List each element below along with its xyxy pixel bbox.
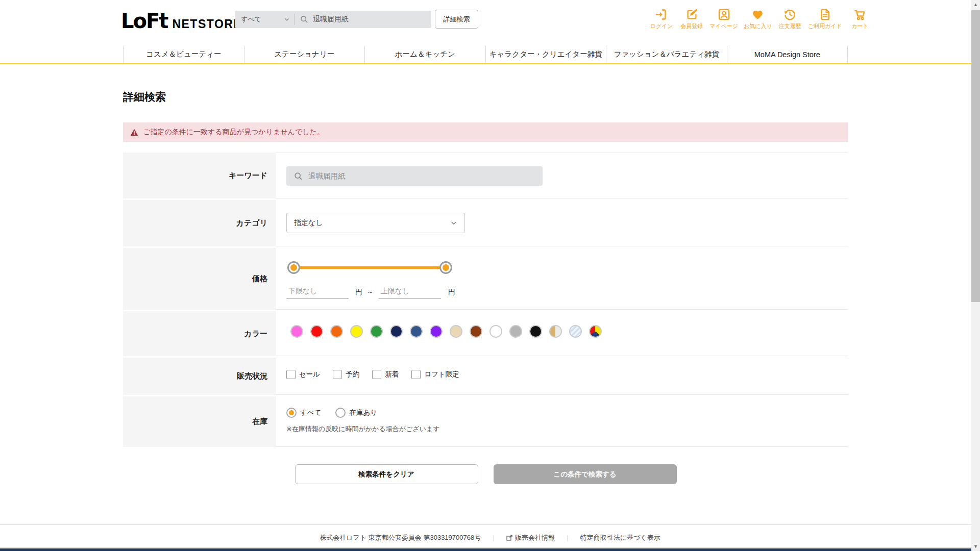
color-swatch-green[interactable] — [370, 325, 383, 338]
keyword-cell: 退職届用紙 — [276, 153, 848, 198]
checkbox-preorder-label: 予約 — [346, 370, 359, 379]
checkbox-preorder-box[interactable] — [333, 370, 342, 379]
color-swatch-navy[interactable] — [390, 325, 403, 338]
color-swatch-pink[interactable] — [290, 325, 303, 338]
radio-all[interactable]: すべて — [286, 408, 321, 418]
clear-conditions-button[interactable]: 検索条件をクリア — [295, 464, 478, 484]
keyword-value: 退職届用紙 — [308, 171, 346, 181]
checkbox-new-box[interactable] — [372, 370, 381, 379]
radio-all-button[interactable] — [286, 408, 297, 418]
price-max-input[interactable]: 上限なし — [379, 287, 441, 299]
yen-unit-max: 円 — [448, 288, 455, 297]
price-cell: 下限なし 円 ～ 上限なし 円 — [276, 248, 848, 310]
color-swatch-orange[interactable] — [330, 325, 343, 338]
mypage-link[interactable]: マイページ — [709, 8, 738, 30]
seller-info-link[interactable]: 販売会社情報 — [506, 533, 555, 542]
footer-inner: 株式会社ロフト 東京都公安委員会 第303319700768号 ｜ 販売会社情報… — [0, 525, 980, 542]
stock-cell: すべて 在庫あり ※在庫情報の反映に時間がかかる場合がございます — [276, 396, 848, 447]
color-cell — [276, 311, 848, 356]
category-row: カテゴリ 指定なし — [123, 200, 848, 248]
checkbox-new-label: 新着 — [385, 370, 399, 379]
color-swatch-purple[interactable] — [430, 325, 443, 338]
cart-link[interactable]: カート — [848, 8, 872, 30]
guide-label: ご利用ガイド — [808, 22, 842, 30]
checkbox-preorder[interactable]: 予約 — [333, 370, 359, 379]
category-select[interactable]: 指定なし — [286, 213, 465, 233]
logo-loft-text: LoFt — [121, 9, 167, 33]
page: LoFt NETSTORE すべて 退職届用紙 詳細検索 ログイン — [0, 0, 980, 551]
nav-character-goods[interactable]: キャラクター・クリエイター雑貨 — [485, 46, 606, 63]
cart-label: カート — [851, 22, 869, 30]
color-swatch-black[interactable] — [529, 325, 542, 338]
radio-all-label: すべて — [300, 408, 321, 417]
checkbox-loft-limited-label: ロフト限定 — [424, 370, 459, 379]
checkbox-new[interactable]: 新着 — [372, 370, 399, 379]
checkbox-sale-box[interactable] — [286, 370, 296, 379]
stock-row: 在庫 すべて 在庫あり ※在庫情報の反映に時間がかかる場合がございます — [123, 396, 848, 448]
checkbox-loft-limited[interactable]: ロフト限定 — [411, 370, 459, 379]
category-nav: コスメ＆ビューティー ステーショナリー ホーム＆キッチン キャラクター・クリエイ… — [123, 46, 848, 63]
color-swatch-brown[interactable] — [470, 325, 482, 338]
mypage-label: マイページ — [709, 22, 738, 30]
search-icon — [300, 15, 308, 23]
order-history-label: 注文履歴 — [779, 22, 801, 30]
stock-note: ※在庫情報の反映に時間がかかる場合がございます — [286, 424, 848, 434]
register-icon — [685, 8, 699, 21]
nav-cosmetics[interactable]: コスメ＆ビューティー — [123, 46, 244, 63]
advanced-search-button[interactable]: 詳細検索 — [435, 10, 478, 29]
keyword-input[interactable]: 退職届用紙 — [286, 166, 543, 186]
keyword-label: キーワード — [123, 153, 276, 198]
color-swatch-blue[interactable] — [410, 325, 423, 338]
checkbox-sale[interactable]: セール — [286, 370, 320, 379]
color-swatch-red[interactable] — [310, 325, 323, 338]
color-swatch-clear[interactable] — [569, 325, 582, 338]
sale-status-row: 販売状況 セール 予約 新着 ロフト限定 — [123, 358, 848, 396]
loft-logo[interactable]: LoFt NETSTORE — [121, 9, 242, 33]
price-slider-max-handle[interactable] — [439, 261, 452, 274]
header-search-input[interactable]: 退職届用紙 — [295, 15, 431, 24]
nav-stationery[interactable]: ステーショナリー — [244, 46, 365, 63]
price-slider-track[interactable] — [293, 266, 446, 269]
color-swatch-multicolor[interactable] — [589, 325, 602, 338]
category-value: 指定なし — [294, 218, 323, 228]
viewport-edge-line — [0, 547, 980, 547]
error-banner: ご指定の条件に一致する商品が見つかりませんでした。 — [123, 122, 848, 142]
radio-in-stock-button[interactable] — [335, 408, 346, 418]
price-slider-min-handle[interactable] — [287, 261, 300, 274]
sale-status-options: セール 予約 新着 ロフト限定 — [286, 370, 848, 379]
color-swatch-beige[interactable] — [450, 325, 462, 338]
scrollbar-up-arrow[interactable]: ▲ — [971, 2, 980, 7]
search-category-dropdown[interactable]: すべて — [235, 11, 294, 28]
search-submit-button[interactable]: この条件で検索する — [494, 464, 677, 484]
color-swatch-white[interactable] — [489, 325, 502, 338]
guide-icon — [818, 8, 832, 21]
search-icon — [294, 172, 303, 181]
nav-moma-design-store[interactable]: MoMA Design Store — [727, 46, 848, 63]
radio-in-stock[interactable]: 在庫あり — [335, 408, 377, 418]
favorites-link[interactable]: お気に入り — [744, 8, 772, 30]
color-swatch-yellow[interactable] — [350, 325, 363, 338]
error-message: ご指定の条件に一致する商品が見つかりませんでした。 — [143, 128, 324, 137]
header-search-query: 退職届用紙 — [313, 15, 349, 24]
color-swatch-silver[interactable] — [509, 325, 522, 338]
price-min-input[interactable]: 下限なし — [286, 287, 349, 299]
nav-fashion-variety[interactable]: ファッション＆バラエティ雑貨 — [606, 46, 727, 63]
nav-home-kitchen[interactable]: ホーム＆キッチン — [364, 46, 485, 63]
commerce-law-link[interactable]: 特定商取引法に基づく表示 — [580, 533, 660, 542]
footer-separator: ｜ — [565, 534, 571, 542]
order-history-link[interactable]: 注文履歴 — [778, 8, 802, 30]
header: LoFt NETSTORE すべて 退職届用紙 詳細検索 ログイン — [0, 0, 980, 64]
vertical-scrollbar[interactable]: ▲ ▼ — [971, 0, 980, 551]
guide-link[interactable]: ご利用ガイド — [808, 8, 842, 30]
external-link-icon — [506, 535, 512, 541]
scrollbar-thumb[interactable] — [971, 10, 980, 302]
login-link[interactable]: ログイン — [649, 8, 674, 30]
order-history-icon — [783, 8, 797, 21]
checkbox-loft-limited-box[interactable] — [411, 370, 421, 379]
color-swatch-gold-silver[interactable] — [549, 325, 562, 338]
seller-info-label: 販売会社情報 — [515, 533, 555, 542]
price-row: 価格 下限なし 円 ～ 上限なし 円 — [123, 248, 848, 311]
stock-label: 在庫 — [123, 396, 276, 447]
scrollbar-down-arrow[interactable]: ▼ — [971, 544, 980, 549]
register-link[interactable]: 会員登録 — [679, 8, 704, 30]
